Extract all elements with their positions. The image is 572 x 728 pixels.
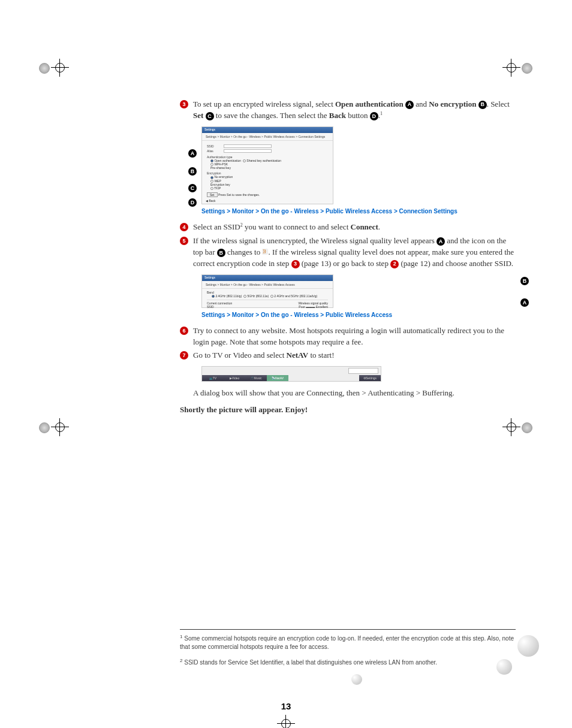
dialog-note: A dialog box will show that you are Conn… <box>193 388 516 399</box>
callout-B2: B <box>520 277 529 285</box>
step-3: 3 To set up an encrypted wireless signal… <box>180 99 516 122</box>
shared-key-radio[interactable] <box>243 159 246 162</box>
step-bullet-4: 4 <box>180 223 188 231</box>
set-button[interactable]: Set <box>207 192 218 197</box>
mini-preview <box>348 368 378 374</box>
crosshair-mark <box>502 59 520 77</box>
screenshot-tabs: 📺 TV ▶ Video 🎵 Music 📡 NetAV ⚙ Settings <box>201 366 381 382</box>
callout-A: A <box>188 149 197 158</box>
callout-D-inline: D <box>370 112 378 120</box>
crosshair-mark <box>51 418 69 436</box>
step-5-text: If the wireless signal is unencrypted, t… <box>193 235 516 270</box>
callout-C-inline: C <box>206 112 214 120</box>
back-button[interactable]: ◀ Back <box>206 199 216 203</box>
shot1-breadcrumb: Settings > Monitor > On the go - Wireles… <box>202 133 333 141</box>
crosshair-mark <box>277 715 295 728</box>
shot2-breadcrumb: Settings > Monitor > On the go - Wireles… <box>202 281 333 289</box>
step-4-text: Select an SSID2 you want to connect to a… <box>193 222 516 233</box>
shot1-title: Settings <box>202 127 333 133</box>
alias-input[interactable] <box>224 149 272 153</box>
footnote-2: 2 SSID stands for Service Set Identifier… <box>180 657 516 667</box>
registration-mark <box>522 63 532 74</box>
step-bullet-6: 6 <box>180 327 188 335</box>
band1-radio[interactable] <box>212 295 215 298</box>
step-bullet-3: 3 <box>180 100 188 108</box>
wifi-icon <box>262 249 268 255</box>
open-auth-radio[interactable] <box>210 159 213 162</box>
screenshot-public-wireless-access: B A Settings Settings > Monitor > On the… <box>201 274 516 308</box>
step-bullet-7: 7 <box>180 351 188 360</box>
tab-tv[interactable]: 📺 TV <box>202 375 224 381</box>
callout-A-inline2: A <box>436 237 445 246</box>
ssid-input[interactable] <box>224 144 272 148</box>
step-7: 7 Go to TV or Video and select NetAV to … <box>180 350 516 361</box>
band2-radio[interactable] <box>243 295 246 298</box>
inline-bullet-3: 3 <box>291 260 300 268</box>
inline-bullet-2: 2 <box>390 260 399 268</box>
callout-B-inline: B <box>478 101 487 109</box>
step-6-text: Try to connect to any website. Most hots… <box>193 325 516 348</box>
step-3-text: To set up an encrypted wireless signal, … <box>193 99 516 122</box>
band3-radio[interactable] <box>270 295 273 298</box>
callout-C: C <box>188 184 197 192</box>
step-bullet-5: 5 <box>180 237 188 245</box>
callout-B: B <box>188 167 197 176</box>
callout-D: D <box>188 198 197 207</box>
tab-netav[interactable]: 📡 NetAV <box>267 375 288 381</box>
step-5: 5 If the wireless signal is unencrypted,… <box>180 235 516 270</box>
shot2-title: Settings <box>202 275 333 281</box>
callout-A2: A <box>520 298 529 307</box>
registration-mark <box>39 422 50 433</box>
callout-A-inline: A <box>405 101 414 109</box>
tab-video[interactable]: ▶ Video <box>224 375 245 381</box>
breadcrumb-1: Settings > Monitor > On the go - Wireles… <box>201 208 516 215</box>
registration-mark <box>39 63 50 74</box>
footnote-1: 1 Some commercial hotspots require an en… <box>180 633 516 651</box>
shade-ball <box>351 674 362 685</box>
tab-settings[interactable]: ⚙ Settings <box>359 375 381 381</box>
step-7-text: Go to TV or Video and select NetAV to st… <box>193 350 516 361</box>
shade-ball <box>517 635 539 657</box>
step-4: 4 Select an SSID2 you want to connect to… <box>180 222 516 233</box>
enjoy-text: Shortly the picture will appear. Enjoy! <box>180 405 516 415</box>
page-number: 13 <box>0 701 572 711</box>
tab-music[interactable]: 🎵 Music <box>245 375 267 381</box>
step-6: 6 Try to connect to any website. Most ho… <box>180 325 516 348</box>
breadcrumb-2: Settings > Monitor > On the go - Wireles… <box>201 312 516 318</box>
registration-mark <box>522 422 532 433</box>
shade-ball <box>496 659 512 675</box>
crosshair-mark <box>502 418 520 436</box>
screenshot-connection-settings: A B C D Settings Settings > Monitor > On… <box>201 126 516 204</box>
crosshair-mark <box>51 59 69 77</box>
no-encryption-radio[interactable] <box>210 176 213 179</box>
callout-B-inline2: B <box>217 249 225 257</box>
tkip-radio[interactable] <box>210 187 213 190</box>
footnotes: 1 Some commercial hotspots require an en… <box>180 629 516 673</box>
